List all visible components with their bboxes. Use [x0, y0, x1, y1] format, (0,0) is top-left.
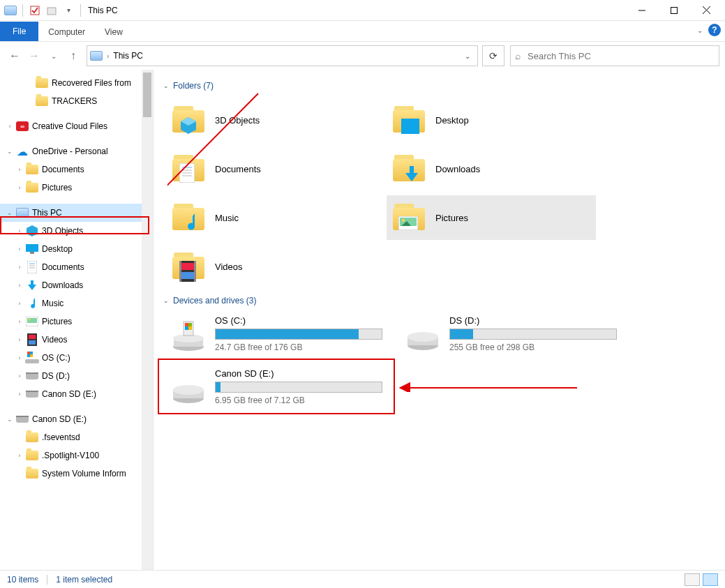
view-tiles-button[interactable] — [703, 573, 718, 586]
up-button[interactable]: ↑ — [64, 47, 82, 65]
tree-item[interactable]: ›∞Creative Cloud Files — [0, 117, 153, 135]
navigation-tree[interactable]: Recovered Files fromTRACKERS›∞Creative C… — [0, 70, 154, 572]
tree-expand-icon[interactable]: › — [14, 166, 25, 173]
drive-icon — [25, 369, 39, 383]
tree-item[interactable]: ›Desktop — [0, 240, 153, 258]
tree-expand-icon[interactable]: › — [14, 246, 25, 252]
search-input[interactable] — [526, 50, 715, 62]
tree-item[interactable]: ›DS (D:) — [0, 367, 153, 385]
qat-new-folder-icon[interactable] — [44, 3, 59, 18]
annotation-arrow-2 — [399, 381, 581, 395]
tree-expand-icon[interactable]: ⌄ — [4, 148, 15, 155]
tree-item[interactable]: ›Pictures — [0, 312, 153, 331]
cloud-icon: ☁ — [15, 144, 29, 158]
music-icon — [25, 296, 39, 310]
folder-label: Pictures — [435, 213, 468, 223]
content-pane[interactable]: ⌄ Folders (7) 3D ObjectsDesktopDocuments… — [154, 70, 725, 572]
folder-item[interactable]: Pictures — [387, 195, 596, 240]
tree-item[interactable]: ›Videos — [0, 331, 153, 349]
drive-usage-bar — [215, 329, 382, 340]
tree-scrollbar[interactable] — [142, 70, 153, 572]
tree-expand-icon[interactable]: › — [14, 372, 25, 379]
folder-icon — [25, 181, 39, 195]
folder-item[interactable]: Videos — [166, 244, 375, 289]
tree-expand-icon[interactable]: › — [14, 300, 25, 307]
tree-expand-icon[interactable]: › — [14, 336, 25, 343]
tree-item[interactable]: System Volume Inform — [0, 465, 153, 483]
tree-expand-icon[interactable]: › — [14, 282, 25, 289]
ribbon: File Computer View ⌄ ? — [0, 21, 725, 42]
tree-item-label: Creative Cloud Files — [32, 121, 107, 131]
ribbon-expand-icon[interactable]: ⌄ — [697, 27, 703, 34]
folder-label: Desktop — [435, 115, 469, 126]
tree-expand-icon[interactable]: › — [14, 318, 25, 325]
qat-dropdown-icon[interactable]: ▾ — [61, 3, 76, 18]
tree-item-label: OS (C:) — [42, 353, 70, 363]
tree-expand-icon[interactable]: › — [14, 452, 25, 459]
tree-item[interactable]: Recovered Files from — [0, 74, 153, 92]
minimize-button[interactable] — [626, 0, 658, 21]
svg-rect-19 — [25, 359, 39, 363]
svg-rect-38 — [179, 261, 181, 282]
navigation-bar: ← → ⌄ ↑ › This PC ⌄ ⟳ ⌕ — [0, 42, 725, 70]
svg-rect-45 — [188, 323, 192, 326]
tree-item[interactable]: ›Downloads — [0, 276, 153, 294]
tree-expand-icon[interactable]: ⌄ — [4, 416, 15, 423]
tree-item[interactable]: ›Documents — [0, 160, 153, 179]
tree-item[interactable]: ›OS (C:) — [0, 349, 153, 367]
tab-computer[interactable]: Computer — [38, 23, 95, 41]
recent-locations-icon[interactable]: ⌄ — [45, 47, 63, 65]
svg-line-54 — [167, 93, 258, 219]
tab-file[interactable]: File — [0, 22, 38, 41]
folder-item[interactable]: Downloads — [387, 146, 596, 191]
group-header-drives[interactable]: ⌄ Devices and drives (3) — [163, 296, 719, 306]
tree-expand-icon[interactable]: › — [14, 264, 25, 271]
tree-item[interactable]: ›Documents — [0, 258, 153, 276]
breadcrumb[interactable]: This PC — [113, 51, 143, 61]
tree-expand-icon[interactable]: › — [14, 391, 25, 398]
view-details-button[interactable] — [685, 573, 700, 586]
tree-item-label: Canon SD (E:) — [32, 414, 87, 424]
search-box[interactable]: ⌕ — [510, 45, 719, 66]
address-dropdown-icon[interactable]: ⌄ — [461, 52, 474, 60]
folder-label: Downloads — [435, 164, 480, 174]
folder-icon — [25, 163, 39, 176]
cc-icon: ∞ — [15, 119, 29, 133]
svg-rect-46 — [185, 326, 188, 330]
tab-view[interactable]: View — [95, 23, 133, 41]
desktop-icon — [389, 100, 428, 140]
tree-expand-icon[interactable]: › — [14, 354, 25, 361]
qat-properties-icon[interactable] — [27, 3, 43, 18]
refresh-button[interactable]: ⟳ — [482, 45, 504, 66]
address-bar[interactable]: › This PC ⌄ — [87, 45, 478, 66]
tree-item[interactable]: ›.Spotlight-V100 — [0, 446, 153, 465]
tree-expand-icon[interactable]: › — [4, 123, 15, 130]
svg-rect-25 — [401, 119, 419, 134]
tree-expand-icon[interactable]: › — [14, 184, 25, 191]
back-button[interactable]: ← — [6, 47, 24, 65]
maximize-button[interactable] — [658, 0, 690, 21]
drive-item[interactable]: OS (C:)24.7 GB free of 176 GB — [166, 312, 389, 361]
tree-item[interactable]: .fseventsd — [0, 428, 153, 446]
tree-expand-icon[interactable]: ⌄ — [4, 209, 15, 216]
tree-item[interactable]: ›Canon SD (E:) — [0, 385, 153, 403]
tree-item[interactable]: TRACKERS — [0, 92, 153, 110]
tree-item[interactable]: ⌄Canon SD (E:) — [0, 410, 153, 428]
svg-rect-17 — [29, 335, 36, 339]
tree-item[interactable]: ›Pictures — [0, 179, 153, 197]
help-icon[interactable]: ? — [708, 24, 721, 36]
tree-item-label: Desktop — [42, 244, 73, 254]
tree-item[interactable]: ⌄☁OneDrive - Personal — [0, 142, 153, 160]
forward-button[interactable]: → — [25, 47, 43, 65]
close-button[interactable] — [690, 0, 722, 21]
system-icon[interactable] — [3, 3, 18, 18]
folder-item[interactable]: Desktop — [387, 98, 596, 142]
down-icon — [389, 149, 428, 188]
tree-item[interactable]: ›Music — [0, 294, 153, 312]
svg-point-15 — [29, 319, 31, 321]
svg-rect-22 — [30, 354, 33, 357]
doc-icon — [25, 260, 39, 274]
drive-item[interactable]: DS (D:)255 GB free of 298 GB — [401, 312, 624, 361]
drive-usage-bar — [449, 329, 617, 340]
annotation-box-tree — [0, 216, 149, 234]
